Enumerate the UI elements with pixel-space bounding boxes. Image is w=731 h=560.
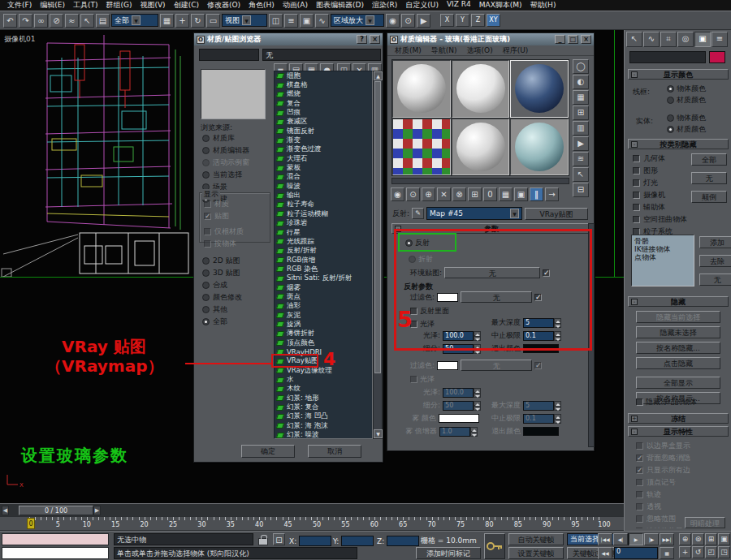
checkbox-option[interactable]: 以边界盒显示	[636, 441, 705, 451]
arc-rotate-icon[interactable]: ◰	[705, 546, 717, 558]
get-material-icon[interactable]: ◉	[391, 187, 404, 201]
sample-uv-tiling-icon[interactable]: ⊞	[573, 106, 589, 120]
next-frame-icon[interactable]: |▶	[644, 533, 659, 545]
hide-frozen-checkbox[interactable]: 隐藏冻结的物体	[636, 397, 697, 407]
map-list-item[interactable]: 粒子运动模糊	[275, 209, 372, 218]
radio-option[interactable]: 活动示例窗	[202, 157, 249, 168]
scroll-down-icon[interactable]: ▼	[374, 429, 383, 438]
checkbox-option[interactable]: 空间扭曲物体	[633, 214, 687, 225]
macro-recorder-pane[interactable]	[2, 533, 109, 545]
browser-title-bar[interactable]: O 材质/贴图浏览器 ? ×	[194, 33, 383, 45]
map-list-item[interactable]: 镜面反射	[275, 127, 372, 136]
prev-frame-icon[interactable]: ◀|	[613, 533, 628, 545]
options-icon[interactable]: ≋	[573, 152, 589, 166]
sample-slot[interactable]	[392, 60, 451, 118]
reset-map-icon[interactable]: ✕	[437, 187, 451, 201]
checkbox-option[interactable]: 材质	[204, 199, 229, 209]
map-list-item[interactable]: 幻景: 海 泡沫	[275, 421, 372, 430]
sample-hscrollbar[interactable]	[391, 178, 569, 184]
map-list-item[interactable]: 水	[275, 375, 372, 384]
search-input[interactable]	[199, 49, 259, 61]
map-type-button[interactable]: VRay贴图	[525, 208, 588, 220]
map-list-item[interactable]: 燃烧	[275, 90, 372, 99]
panel-button[interactable]: 全部显示	[636, 377, 720, 389]
checkbox-option[interactable]: 顶点记号	[636, 477, 705, 488]
hide-rollout[interactable]: -隐藏	[628, 296, 729, 307]
map-list-item[interactable]: 行星	[275, 228, 372, 237]
display-color-rollout[interactable]: -显示颜色	[628, 69, 729, 80]
menu-item[interactable]: 选项(O)	[463, 45, 497, 56]
menu-item[interactable]: 导航(N)	[427, 45, 461, 56]
fog-color-swatch[interactable]	[439, 414, 479, 423]
object-color-swatch[interactable]	[709, 51, 725, 63]
map-list-item[interactable]: 珍珠岩	[275, 219, 372, 228]
tab-hierarchy-icon[interactable]: ⌗	[660, 32, 677, 47]
backlight-icon[interactable]: ◐	[573, 75, 589, 89]
bone-category-list[interactable]: 骨骼IK链接物体点物体	[631, 235, 694, 286]
list-item[interactable]: 点物体	[634, 253, 691, 261]
select-and-scale-icon[interactable]: ▭	[206, 14, 220, 28]
filter-checkbox[interactable]	[534, 294, 542, 301]
zoom-extents-all-icon[interactable]: ▣	[718, 533, 730, 545]
radio-option[interactable]: 合成	[202, 280, 242, 291]
refr-exit-color-swatch[interactable]	[523, 427, 559, 436]
go-to-start-icon[interactable]: |◀◀	[598, 533, 612, 545]
refr-filter-checkbox[interactable]	[534, 362, 542, 369]
map-list-item[interactable]: 反射/折射	[275, 247, 372, 256]
panel-button[interactable]: 点击隐藏	[636, 357, 720, 369]
map-list-item[interactable]: 幻景: 海 凹凸	[275, 412, 372, 421]
map-list-item[interactable]: VRay贴图	[275, 357, 372, 366]
map-list-item[interactable]: 幻景: 复合	[275, 403, 372, 411]
add-time-tag-button[interactable]: 添加时间标记	[416, 547, 481, 559]
quick-render-icon[interactable]: ▶	[417, 14, 430, 28]
radio-option[interactable]: 其他	[202, 304, 242, 315]
reference-coordinate-dropdown[interactable]: 视图▼	[222, 14, 267, 27]
select-and-rotate-icon[interactable]: ↻	[191, 14, 205, 28]
select-and-link-icon[interactable]: ∞	[34, 14, 48, 28]
panel-button[interactable]: 无	[699, 274, 731, 286]
checkbox-option[interactable]: 按物体	[204, 239, 244, 249]
close-button[interactable]: ×	[370, 35, 380, 44]
checkbox-option[interactable]: 轨迹	[636, 489, 705, 500]
make-copy-icon[interactable]: ⊗	[452, 187, 466, 201]
zoom-all-icon[interactable]: ⊚	[692, 533, 704, 545]
menu-item[interactable]: 帮助(H)	[526, 0, 560, 11]
named-selection-dropdown[interactable]: 区域放大▼	[331, 14, 384, 27]
layer-manager-icon[interactable]: ▣	[300, 14, 314, 28]
panel-button[interactable]: 隐藏未选择	[636, 326, 720, 338]
redo-icon[interactable]: ↷	[19, 14, 32, 28]
menu-item[interactable]: 材质(M)	[391, 45, 426, 56]
refr-filter-map-button[interactable]: 无	[461, 360, 532, 371]
checkbox-option[interactable]: 贴图	[204, 211, 229, 222]
params-rollout-header[interactable]: -参数	[391, 223, 591, 234]
zoom-extents-icon[interactable]: ⊞	[705, 533, 717, 545]
env-map-checkbox[interactable]	[543, 269, 550, 277]
map-list-item[interactable]: 灰泥	[275, 311, 372, 320]
refract-radio[interactable]: 折射	[409, 254, 433, 265]
tab-create-icon[interactable]: ↖	[626, 32, 642, 47]
map-list-item[interactable]: 光线跟踪	[275, 237, 372, 246]
axis-x-button[interactable]: X	[440, 14, 454, 27]
video-color-check-icon[interactable]: ▥	[573, 121, 589, 136]
panel-button[interactable]: 颠倒	[691, 191, 727, 203]
solid-material-radio[interactable]: 材质颜色	[667, 124, 706, 135]
map-list-item[interactable]: 蒙板	[275, 163, 372, 172]
wire-object-radio[interactable]: 物体颜色	[667, 84, 706, 94]
menu-item[interactable]: 群组(G)	[102, 0, 136, 11]
object-name-field[interactable]	[629, 51, 706, 63]
checkbox-option[interactable]: 背面忽略消隐	[636, 453, 705, 463]
refr-subdivs-spinner[interactable]: 50	[443, 401, 481, 411]
cancel-button[interactable]: 取消	[308, 445, 361, 458]
menu-item[interactable]: 视图(V)	[136, 0, 169, 11]
axis-z-button[interactable]: Z	[471, 14, 485, 27]
go-forward-sibling-icon[interactable]: →	[545, 187, 559, 201]
menu-item[interactable]: MAX脚本(M)	[475, 0, 526, 11]
editor-title-bar[interactable]: O 材质编辑器 - 玻璃(香港正面玻璃) _ □ ×	[387, 33, 594, 45]
ok-button[interactable]: 确定	[241, 445, 295, 458]
checkbox-option[interactable]: 摄像机	[633, 190, 687, 200]
set-key-toggle[interactable]	[484, 533, 505, 559]
y-field[interactable]	[341, 536, 374, 546]
mirror-icon[interactable]: ◫	[269, 14, 283, 28]
map-list-item[interactable]: 斑点	[275, 292, 372, 301]
menu-item[interactable]: 文件(F)	[3, 0, 36, 11]
